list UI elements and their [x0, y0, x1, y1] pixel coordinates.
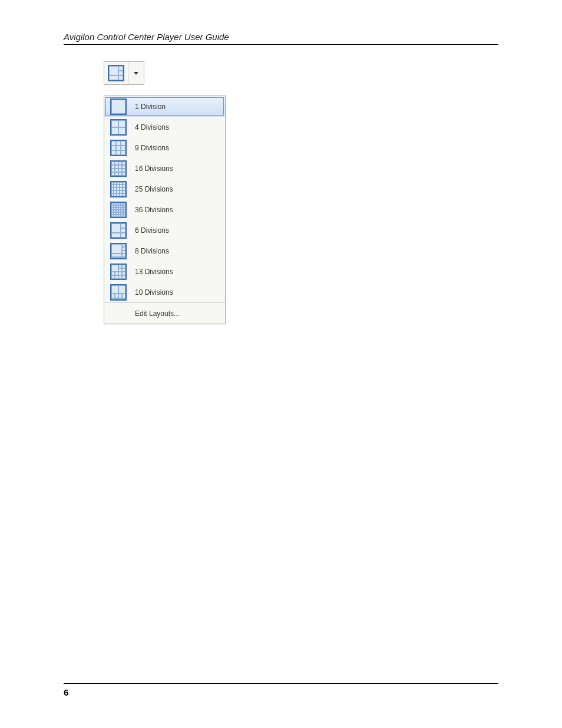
menu-item-4-divisions[interactable]: 4 Divisions	[104, 117, 225, 137]
menu-label: 10 Divisions	[130, 288, 173, 297]
menu-label: 16 Divisions	[130, 164, 173, 173]
layout-1-icon	[110, 98, 127, 115]
layout-9-icon	[110, 140, 127, 156]
menu-item-16-divisions[interactable]: 16 Divisions	[104, 158, 225, 179]
layout-dropdown-menu: 1 Division 4 Divisions	[104, 95, 226, 324]
layout-dropdown-toggle[interactable]	[128, 62, 143, 84]
menu-label: Edit Layouts...	[130, 309, 180, 318]
menu-item-1-division[interactable]: 1 Division	[104, 96, 225, 117]
menu-item-6-divisions[interactable]: 6 Divisions	[104, 220, 225, 241]
layout-10-icon	[110, 284, 127, 301]
menu-label: 8 Divisions	[130, 247, 169, 255]
layout-4-icon	[110, 119, 127, 136]
header-title: Avigilon Control Center Player User Guid…	[64, 32, 229, 42]
page-number: 6	[64, 687, 68, 697]
menu-label: 36 Divisions	[130, 206, 173, 214]
menu-label: 9 Divisions	[130, 144, 169, 152]
menu-label: 25 Divisions	[130, 185, 173, 193]
layout-25-icon	[110, 181, 127, 197]
layout-button-icon-slot[interactable]	[104, 62, 128, 84]
menu-label: 6 Divisions	[130, 226, 169, 235]
figure-layout-dropdown: 1 Division 4 Divisions	[104, 61, 226, 324]
menu-item-25-divisions[interactable]: 25 Divisions	[104, 179, 225, 199]
layout-6-icon	[108, 65, 124, 81]
menu-label: 1 Division	[130, 103, 166, 111]
menu-item-9-divisions[interactable]: 9 Divisions	[104, 137, 225, 158]
menu-item-36-divisions[interactable]: 36 Divisions	[104, 199, 225, 220]
layout-13-icon	[110, 263, 127, 280]
running-header: Avigilon Control Center Player User Guid…	[64, 32, 498, 45]
menu-item-13-divisions[interactable]: 13 Divisions	[104, 261, 225, 282]
layout-6-icon	[110, 222, 127, 239]
menu-item-10-divisions[interactable]: 10 Divisions	[104, 282, 225, 302]
menu-item-8-divisions[interactable]: 8 Divisions	[104, 241, 225, 261]
menu-item-edit-layouts[interactable]: Edit Layouts...	[104, 302, 225, 324]
menu-label: 13 Divisions	[130, 268, 173, 276]
menu-label: 4 Divisions	[130, 123, 169, 131]
document-page: Avigilon Control Center Player User Guid…	[0, 0, 562, 728]
chevron-down-icon	[134, 72, 138, 75]
layout-36-icon	[110, 202, 127, 218]
layout-8-icon	[110, 243, 127, 259]
layout-split-button[interactable]	[104, 61, 144, 85]
layout-16-icon	[110, 160, 127, 177]
page-footer: 6	[64, 683, 498, 697]
